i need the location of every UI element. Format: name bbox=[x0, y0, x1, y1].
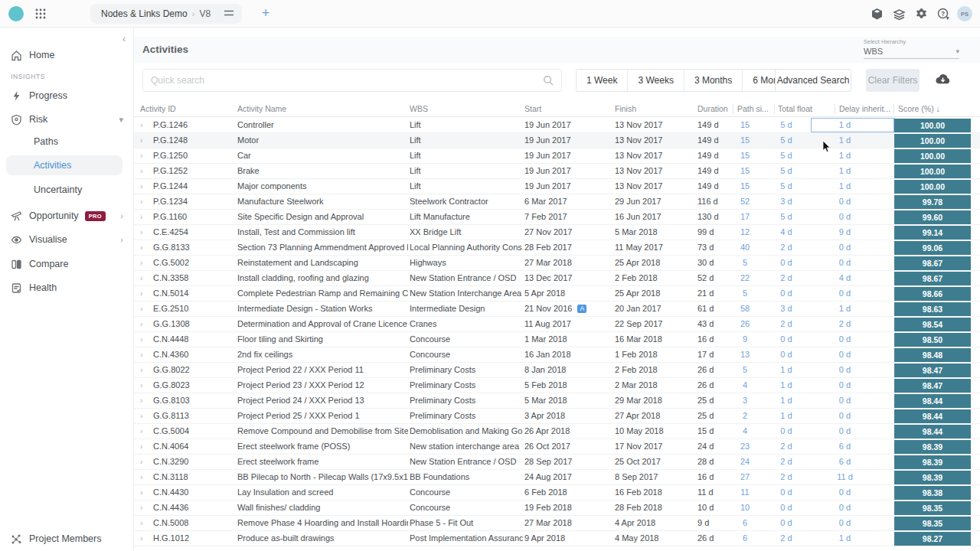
settings-gear-icon[interactable] bbox=[915, 8, 928, 21]
col-finish[interactable]: Finish bbox=[615, 104, 636, 113]
sidebar-item-activities[interactable]: Activities bbox=[6, 155, 122, 175]
sidebar-item-project-members[interactable]: Project Members bbox=[0, 529, 134, 549]
row-expander-icon[interactable]: › bbox=[134, 317, 152, 331]
table-row[interactable]: ›C.N.3290Erect steelwork frameNew Statio… bbox=[134, 455, 980, 470]
row-expander-icon[interactable]: › bbox=[134, 332, 152, 347]
row-expander-icon[interactable]: › bbox=[134, 409, 152, 423]
cell-total-float-link[interactable]: 0 d bbox=[762, 286, 811, 301]
cell-path-size-link[interactable]: 15 bbox=[728, 179, 762, 194]
cell-delay-inherit-link[interactable]: 1 d bbox=[811, 148, 894, 163]
cell-total-float-link[interactable]: 2 d bbox=[762, 470, 811, 484]
cell-path-size-link[interactable]: 24 bbox=[728, 455, 762, 469]
cell-delay-inherit-link[interactable]: 0 d bbox=[811, 500, 894, 515]
row-expander-icon[interactable]: › bbox=[134, 286, 152, 301]
row-expander-icon[interactable]: › bbox=[134, 302, 152, 316]
sidebar-item-progress[interactable]: Progress bbox=[0, 86, 134, 106]
cell-path-size-link[interactable]: 52 bbox=[728, 194, 762, 209]
table-row[interactable]: ›P.G.1244Major componentsLift19 Jun 2017… bbox=[134, 179, 980, 194]
table-row[interactable]: ›P.G.1246ControllerLift19 Jun 201713 Nov… bbox=[134, 118, 980, 133]
sidebar-item-home[interactable]: Home bbox=[0, 45, 134, 65]
cell-path-size-link[interactable]: 22 bbox=[728, 271, 762, 285]
cell-delay-inherit-link[interactable]: 6 d bbox=[811, 439, 894, 454]
cell-total-float-link[interactable]: 3 d bbox=[762, 194, 811, 209]
col-activity-id[interactable]: Activity ID bbox=[140, 104, 176, 113]
cell-path-size-link[interactable]: 15 bbox=[728, 118, 762, 132]
apps-grid-icon[interactable] bbox=[35, 8, 46, 19]
table-row[interactable]: ›C.G.5002Reinstatement and LandscapingHi… bbox=[134, 256, 980, 271]
layers-icon[interactable] bbox=[893, 8, 906, 21]
cell-path-size-link[interactable]: 10 bbox=[728, 500, 762, 515]
cell-path-size-link[interactable]: 4 bbox=[728, 378, 762, 393]
cell-delay-inherit-link[interactable]: 0 d bbox=[811, 194, 894, 209]
row-expander-icon[interactable]: › bbox=[134, 470, 152, 484]
row-expander-icon[interactable]: › bbox=[134, 240, 152, 255]
cell-total-float-link[interactable]: 0 d bbox=[762, 485, 811, 500]
sidebar-item-paths[interactable]: Paths bbox=[0, 132, 134, 152]
table-row[interactable]: ›E.G.2510Intermediate Design - Station W… bbox=[134, 302, 980, 317]
cell-path-size-link[interactable]: 15 bbox=[728, 148, 762, 163]
cell-total-float-link[interactable]: 1 d bbox=[762, 409, 811, 423]
cell-total-float-link[interactable]: 1 d bbox=[762, 363, 811, 377]
cell-path-size-link[interactable]: 12 bbox=[728, 225, 762, 240]
quick-search-input[interactable] bbox=[143, 75, 543, 86]
row-expander-icon[interactable]: › bbox=[134, 500, 152, 515]
chevron-down-icon[interactable]: ▾ bbox=[119, 115, 123, 125]
cell-path-size-link[interactable]: 15 bbox=[728, 164, 762, 178]
cell-delay-inherit-link[interactable]: 9 d bbox=[811, 225, 894, 240]
cell-delay-inherit-link[interactable]: 0 d bbox=[811, 485, 894, 500]
cell-total-float-link[interactable]: 2 d bbox=[762, 531, 811, 546]
cell-total-float-link[interactable]: 5 d bbox=[762, 148, 811, 163]
advanced-search-button[interactable]: Advanced Search bbox=[775, 69, 851, 92]
cell-delay-inherit-link[interactable]: 1 d bbox=[811, 179, 894, 194]
col-total-float[interactable]: Total float bbox=[778, 104, 812, 113]
table-row[interactable]: ›P.G.1160Site Specific Design and Approv… bbox=[134, 210, 980, 225]
cell-delay-inherit-link[interactable]: 0 d bbox=[811, 332, 894, 347]
cell-path-size-link[interactable]: 11 bbox=[728, 485, 762, 500]
table-row[interactable]: ›G.G.1308Determination and Approval of C… bbox=[134, 317, 980, 332]
cell-total-float-link[interactable]: 3 d bbox=[762, 302, 811, 316]
chevron-right-icon[interactable]: › bbox=[120, 235, 123, 244]
cell-delay-inherit-link[interactable]: 0 d bbox=[811, 409, 894, 423]
table-row[interactable]: ›G.G.8103Project Period 24 / XXX Period … bbox=[134, 393, 980, 409]
cell-total-float-link[interactable]: 2 d bbox=[762, 455, 811, 469]
cell-path-size-link[interactable]: 6 bbox=[728, 531, 762, 546]
add-tab-button[interactable]: + bbox=[258, 5, 273, 21]
table-row[interactable]: ›P.G.1248MotorLift19 Jun 201713 Nov 2017… bbox=[134, 133, 980, 148]
cell-total-float-link[interactable]: 0 d bbox=[762, 516, 811, 530]
col-delay-inherit[interactable]: Delay inherit... bbox=[839, 104, 890, 113]
cell-total-float-link[interactable]: 0 d bbox=[762, 347, 811, 362]
table-row[interactable]: ›C.G.5004Remove Compound and Demobilise … bbox=[134, 424, 980, 439]
cell-total-float-link[interactable]: 0 d bbox=[762, 256, 811, 270]
cell-total-float-link[interactable]: 1 d bbox=[762, 378, 811, 393]
col-wbs[interactable]: WBS bbox=[410, 104, 428, 113]
range-3-months[interactable]: 3 Months bbox=[684, 70, 743, 91]
cell-path-size-link[interactable]: 13 bbox=[728, 347, 762, 362]
row-expander-icon[interactable]: › bbox=[134, 210, 152, 224]
table-row[interactable]: ›G.G.8023Project Period 23 / XXX Period … bbox=[134, 378, 980, 393]
row-expander-icon[interactable]: › bbox=[134, 393, 152, 408]
cell-path-size-link[interactable]: 3 bbox=[728, 393, 762, 408]
row-expander-icon[interactable]: › bbox=[134, 118, 152, 132]
col-duration[interactable]: Duration bbox=[697, 104, 728, 113]
cell-path-size-link[interactable]: 58 bbox=[728, 302, 762, 316]
sidebar-item-uncertainty[interactable]: Uncertainty bbox=[0, 180, 134, 200]
table-row[interactable]: ›C.N.4436Wall finishes/ claddingConcours… bbox=[134, 500, 980, 516]
col-activity-name[interactable]: Activity Name bbox=[237, 104, 286, 113]
cell-delay-inherit-link[interactable]: 0 d bbox=[811, 286, 894, 301]
cell-total-float-link[interactable]: 2 d bbox=[762, 317, 811, 331]
cell-delay-inherit-link[interactable]: 0 d bbox=[811, 240, 894, 255]
row-expander-icon[interactable]: › bbox=[134, 424, 152, 439]
table-row[interactable]: ›C.N.4430Lay Insulation and screedConcou… bbox=[134, 485, 980, 500]
app-logo[interactable] bbox=[8, 6, 24, 21]
cell-total-float-link[interactable]: 2 d bbox=[762, 240, 811, 255]
table-row[interactable]: ›C.N.4064Erect steelwork frame (POSS)New… bbox=[134, 439, 980, 455]
chevron-right-icon[interactable]: › bbox=[120, 211, 123, 220]
help-icon[interactable]: ? bbox=[937, 8, 950, 21]
cell-total-float-link[interactable]: 4 d bbox=[762, 225, 811, 240]
cell-delay-inherit-link[interactable]: 0 d bbox=[811, 393, 894, 408]
cell-delay-inherit-link[interactable]: 2 d bbox=[811, 317, 894, 331]
cell-total-float-link[interactable]: 2 d bbox=[762, 439, 811, 454]
row-expander-icon[interactable]: › bbox=[134, 516, 152, 530]
row-expander-icon[interactable]: › bbox=[134, 256, 152, 270]
cell-delay-inherit-link[interactable]: 1 d bbox=[811, 164, 894, 178]
